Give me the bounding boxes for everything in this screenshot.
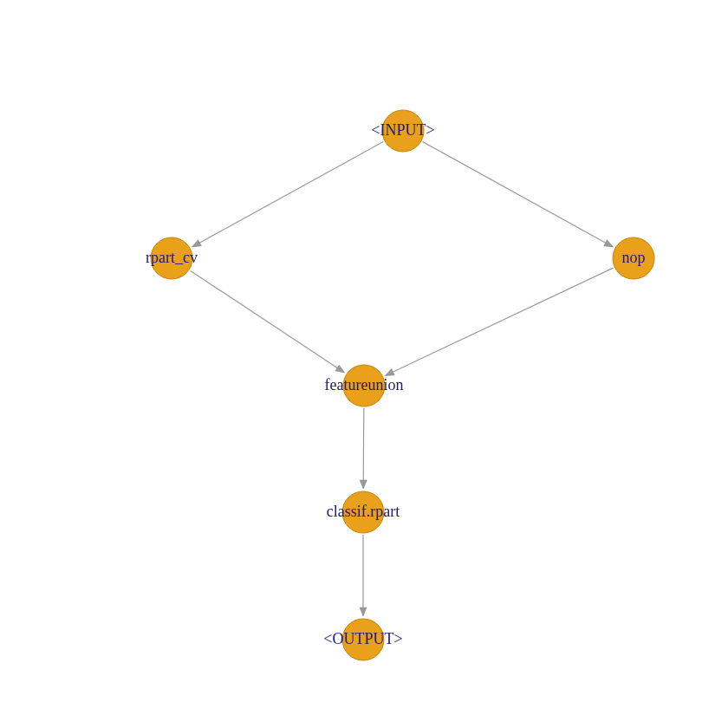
node-label-featureunion: featureunion — [325, 376, 404, 393]
edge-input-to-rpart_cv — [193, 142, 384, 247]
edge-input-to-nop — [423, 142, 613, 247]
node-label-nop: nop — [622, 249, 646, 266]
node-label-classif_rpart: classif.rpart — [327, 503, 400, 520]
node-nop: nop — [613, 237, 654, 279]
node-input: <INPUT> — [371, 110, 434, 152]
node-classif_rpart: classif.rpart — [327, 491, 400, 533]
node-label-rpart_cv: rpart_cv — [146, 249, 198, 266]
node-label-output: <OUTPUT> — [323, 630, 402, 647]
node-label-input: <INPUT> — [371, 121, 434, 139]
edge-nop-to-featureunion — [386, 268, 613, 375]
pipeline-graph: <INPUT>rpart_cvnopfeatureunionclassif.rp… — [0, 0, 728, 728]
edge-rpart_cv-to-featureunion — [191, 270, 344, 372]
node-featureunion: featureunion — [325, 365, 404, 406]
edge-featureunion-to-classif_rpart — [363, 408, 364, 488]
nodes-layer: <INPUT>rpart_cvnopfeatureunionclassif.rp… — [146, 110, 654, 660]
node-rpart_cv: rpart_cv — [146, 237, 198, 279]
node-output: <OUTPUT> — [323, 619, 402, 660]
